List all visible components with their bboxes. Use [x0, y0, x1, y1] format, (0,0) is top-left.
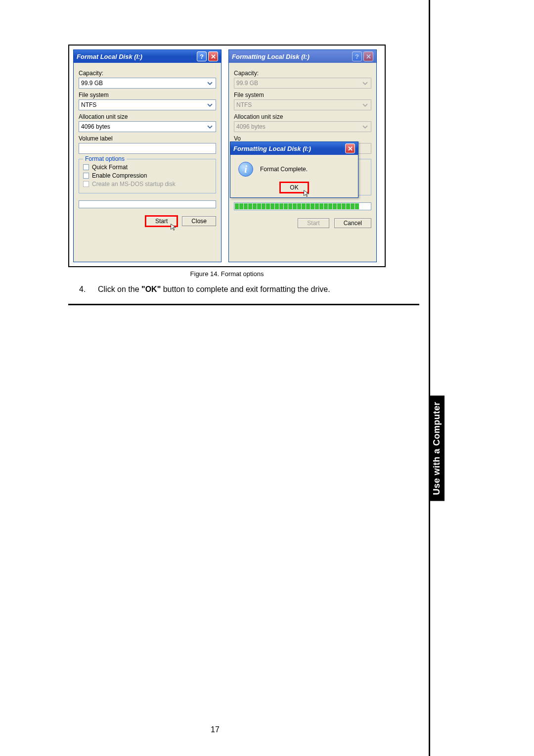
volume-label-partial: Vo: [234, 135, 371, 142]
capacity-label: Capacity:: [79, 70, 216, 77]
chevron-down-icon: [361, 101, 369, 109]
figure-container: Format Local Disk (I:) ? ✕ Capacity: 99.…: [68, 45, 386, 267]
chevron-down-icon: [206, 123, 214, 131]
filesystem-select: NTFS: [234, 99, 371, 110]
alloc-label: Allocation unit size: [234, 113, 371, 120]
alloc-label: Allocation unit size: [79, 113, 216, 120]
page-number: 17: [0, 725, 430, 734]
quick-format-label: Quick Format: [92, 164, 128, 171]
window-title: Format Local Disk (I:): [77, 53, 142, 60]
checkbox-icon: [83, 164, 89, 170]
format-dialog-progress: Formatting Local Disk (I:) ? ✕ Capacity:…: [228, 49, 377, 262]
step-text: Click on the "OK" button to complete and…: [98, 285, 330, 294]
alloc-select: 4096 bytes: [234, 121, 371, 132]
format-options-legend: Format options: [83, 155, 127, 162]
start-button: Start: [298, 218, 329, 228]
figure-caption: Figure 14. Format options: [68, 270, 386, 278]
checkbox-icon: [83, 173, 89, 179]
chevron-down-icon: [361, 123, 369, 131]
capacity-select[interactable]: 99.9 GB: [79, 78, 216, 89]
close-icon[interactable]: ✕: [345, 143, 355, 153]
filesystem-label: File system: [234, 92, 371, 98]
popup-titlebar: Formatting Local Disk (I:) ✕: [230, 142, 358, 155]
window-title: Formatting Local Disk (I:): [232, 53, 310, 60]
close-icon: ✕: [363, 51, 373, 61]
section-tab: Use with a Computer: [429, 396, 445, 501]
filesystem-value: NTFS: [81, 101, 96, 108]
chevron-down-icon: [361, 79, 369, 87]
enable-compression-label: Enable Compression: [92, 172, 147, 179]
checkbox-icon: [83, 181, 89, 187]
format-complete-popup: Formatting Local Disk (I:) ✕ i Format Co…: [230, 142, 358, 198]
cursor-icon: [303, 189, 311, 197]
alloc-value: 4096 bytes: [236, 123, 266, 130]
titlebar: Formatting Local Disk (I:) ? ✕: [229, 50, 376, 63]
close-button[interactable]: Close: [182, 216, 216, 226]
step-number: 4.: [79, 285, 97, 294]
popup-title: Formatting Local Disk (I:): [233, 145, 311, 152]
instruction-step: 4. Click on the "OK" button to complete …: [79, 285, 396, 294]
titlebar: Format Local Disk (I:) ? ✕: [74, 50, 221, 63]
filesystem-select[interactable]: NTFS: [79, 99, 216, 110]
chevron-down-icon: [206, 101, 214, 109]
capacity-value: 99.9 GB: [236, 80, 258, 87]
capacity-value: 99.9 GB: [81, 80, 103, 87]
filesystem-label: File system: [79, 92, 216, 98]
chevron-down-icon: [206, 79, 214, 87]
close-icon[interactable]: ✕: [208, 51, 218, 61]
msdos-startup-label: Create an MS-DOS startup disk: [92, 181, 176, 188]
section-divider: [68, 304, 419, 305]
cursor-icon: [170, 223, 178, 231]
cancel-button[interactable]: Cancel: [334, 218, 371, 228]
format-options-group: Format options Quick Format Enable Compr…: [79, 159, 216, 193]
help-icon[interactable]: ?: [197, 51, 207, 61]
alloc-select[interactable]: 4096 bytes: [79, 121, 216, 132]
enable-compression-option[interactable]: Enable Compression: [83, 172, 212, 179]
info-icon: i: [238, 162, 253, 177]
alloc-value: 4096 bytes: [81, 123, 110, 130]
capacity-label: Capacity:: [234, 70, 371, 77]
progress-bar: [234, 202, 371, 210]
filesystem-value: NTFS: [236, 101, 252, 108]
msdos-startup-option: Create an MS-DOS startup disk: [83, 181, 212, 188]
quick-format-option[interactable]: Quick Format: [83, 164, 212, 171]
format-dialog-initial: Format Local Disk (I:) ? ✕ Capacity: 99.…: [73, 49, 222, 262]
volume-input[interactable]: [79, 143, 216, 154]
volume-label: Volume label: [79, 135, 216, 142]
help-icon: ?: [352, 51, 362, 61]
capacity-select: 99.9 GB: [234, 78, 371, 89]
progress-bar: [79, 200, 216, 208]
popup-message: Format Complete.: [260, 166, 308, 173]
